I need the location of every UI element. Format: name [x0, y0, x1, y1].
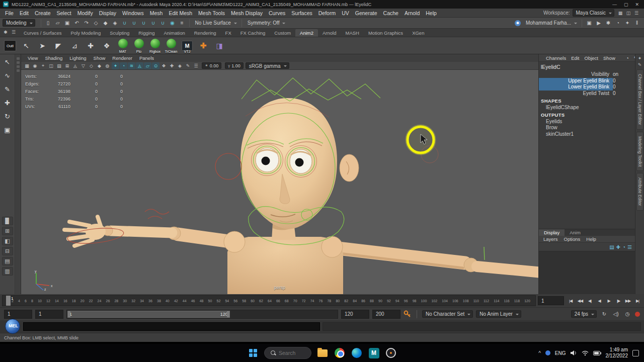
mute-audio-icon[interactable]: ◁)	[611, 310, 620, 319]
volume-icon[interactable]	[571, 350, 577, 356]
select-component-button[interactable]: ◈	[111, 19, 120, 28]
select-tool[interactable]: ↖	[2, 56, 13, 67]
channel-attribute-row[interactable]: Upper Eyelid Blink 0	[539, 78, 635, 84]
language-indicator[interactable]: ENG	[555, 350, 566, 356]
menu-set-select[interactable]: Modeling	[3, 19, 35, 27]
layer-editor-tab[interactable]: Display	[539, 229, 565, 236]
channel-box-menu-item[interactable]: Channels	[543, 55, 569, 61]
extra-shelf-button[interactable]: ◨	[212, 38, 226, 53]
output-node-item[interactable]: skinCluster1	[539, 131, 635, 137]
step-back-frame-button[interactable]: ◀◀	[576, 296, 585, 305]
exposure-field[interactable]: ✶ 0.00	[202, 62, 221, 69]
shelf-tab[interactable]: Custom	[270, 29, 295, 37]
menu-item[interactable]: Create	[32, 10, 54, 16]
add-shelf-button[interactable]: ✚	[84, 38, 98, 53]
shelf-tab[interactable]: Rigging	[134, 29, 159, 37]
step-back-key-button[interactable]: ◀|	[585, 296, 594, 305]
live-surface-select[interactable]: No Live Surface	[192, 20, 239, 26]
sidebar-vertical-tab[interactable]: Modeling Toolkit	[636, 132, 643, 171]
output-node-item[interactable]: Eyelids	[539, 118, 635, 125]
clock[interactable]: 1:49 am 2/12/2022	[606, 347, 628, 359]
make-live-button[interactable]: ◉	[168, 19, 177, 28]
layer-options-icon[interactable]: ☰	[627, 244, 632, 250]
shelf-tab[interactable]: Sculpting	[105, 29, 134, 37]
media-player-button[interactable]	[385, 347, 397, 359]
channel-speed-icon[interactable]: ◔	[624, 54, 631, 61]
current-frame-field[interactable]: 1	[538, 296, 564, 305]
corner-shelf-button[interactable]: ◤	[51, 38, 65, 53]
input-connections-button[interactable]: ≡	[178, 19, 187, 28]
trclean-shelf-button[interactable]: TrClean	[164, 38, 178, 53]
character-set-select[interactable]: No Character Set	[422, 310, 473, 318]
layer-editor-menu-item[interactable]: Layers	[541, 236, 560, 242]
menu-item[interactable]: Help	[423, 10, 440, 16]
shelf-tab[interactable]: Animation	[159, 29, 189, 37]
current-frame-marker[interactable]: 1	[6, 296, 11, 306]
animation-start-field[interactable]: 1	[4, 310, 32, 319]
edge-button[interactable]	[351, 347, 363, 359]
channel-attribute-row[interactable]: Visibility on	[539, 71, 635, 78]
menu-item[interactable]: Generate	[352, 10, 380, 16]
layer-editor-menu-item[interactable]: Options	[561, 236, 583, 242]
four-pane-layout-button[interactable]: ⊞	[2, 227, 13, 235]
snap-to-point-button[interactable]: ∪	[139, 19, 148, 28]
menu-item[interactable]: UV	[339, 10, 352, 16]
shelf-tabs-icon[interactable]: ☰	[10, 29, 17, 36]
channel-value-field[interactable]: 0	[613, 90, 635, 97]
workspace-control-icon[interactable]: ✦	[638, 56, 642, 61]
shelf-tab[interactable]: XGen	[408, 29, 429, 37]
play-forwards-button[interactable]: ▶	[604, 296, 613, 305]
panel-menu-item[interactable]: Panels	[136, 55, 157, 61]
new-layer-selected-icon[interactable]: ✚	[616, 244, 620, 250]
play-backwards-button[interactable]: ◀	[595, 296, 604, 305]
pause-viewport-button[interactable]: ‖	[632, 19, 641, 28]
image-plane-icon[interactable]: ▤	[55, 62, 63, 69]
panel-menu-item[interactable]: Renderer	[109, 55, 136, 61]
custom-layout-button[interactable]: ▥	[2, 267, 13, 276]
menu-item[interactable]: File	[2, 10, 17, 16]
shelf-tab[interactable]: Arnold	[318, 29, 341, 37]
go-to-start-button[interactable]: |◀	[566, 296, 575, 305]
fps-select[interactable]: 24 fps	[571, 310, 597, 318]
auto-keyframe-toggle[interactable]	[635, 312, 640, 317]
component-shelf-button[interactable]: ⊿	[67, 38, 82, 53]
shelf-tab[interactable]: MASH	[341, 29, 364, 37]
workspace-layout-icon[interactable]: ◫	[625, 10, 632, 17]
snap-to-grid-button[interactable]: ∪	[120, 19, 129, 28]
file-explorer-button[interactable]	[316, 347, 329, 359]
perspective-viewport[interactable]: ViewShadingLightingShowRendererPanels ▦◉…	[21, 54, 538, 294]
sidebar-vertical-tab[interactable]: Attribute Editor	[636, 173, 643, 210]
layer-list[interactable]	[539, 251, 635, 294]
outliner-shelf-button[interactable]: Outl	[3, 38, 17, 53]
animation-preferences-icon[interactable]: ◷	[623, 310, 632, 319]
move-layer-up-icon[interactable]: ◔	[622, 244, 625, 250]
step-forward-frame-button[interactable]: ▶▶	[623, 296, 632, 305]
snap-to-surface-button[interactable]: ∪	[158, 19, 168, 28]
edit-panel-icon[interactable]: ✎	[638, 62, 642, 67]
pto-shelf-button[interactable]: Pto	[132, 38, 146, 53]
playback-loop-icon[interactable]: ↻	[600, 310, 609, 319]
snap-to-plane-button[interactable]: ∪	[149, 19, 158, 28]
channel-box-menu-item[interactable]: Show	[601, 55, 618, 61]
redo-button[interactable]: ↷	[82, 19, 91, 28]
tray-chevron-icon[interactable]: ^	[538, 350, 541, 356]
channel-value-field[interactable]: 0	[613, 78, 635, 84]
symmetry-select[interactable]: Symmetry: Off	[245, 20, 288, 26]
scale-tool[interactable]: ▣	[2, 124, 13, 135]
render-view-button[interactable]: ▣	[585, 19, 594, 28]
timeline-ruler[interactable]: 2468101214161820222426283032343638404244…	[2, 295, 536, 306]
camera-attributes-icon[interactable]: ⌖	[39, 62, 47, 69]
menu-item[interactable]: Cache	[380, 10, 401, 16]
menu-item[interactable]: Curves	[266, 10, 288, 16]
screen-space-ao-icon[interactable]: ≋	[128, 62, 135, 69]
motion-blur-icon[interactable]: ◬	[136, 62, 143, 69]
chrome-button[interactable]	[334, 347, 346, 359]
gamma-field[interactable]: γ 1.00	[225, 62, 244, 69]
oversample-icon[interactable]: ◬	[71, 62, 79, 69]
menu-item[interactable]: Select	[54, 10, 74, 16]
menu-item[interactable]: Deform	[315, 10, 339, 16]
undo-button[interactable]: ↶	[72, 19, 82, 28]
light-editor-button[interactable]: ✦	[623, 19, 632, 28]
playback-end-field[interactable]: 120	[341, 310, 369, 319]
bluetooth-icon[interactable]	[545, 350, 550, 355]
